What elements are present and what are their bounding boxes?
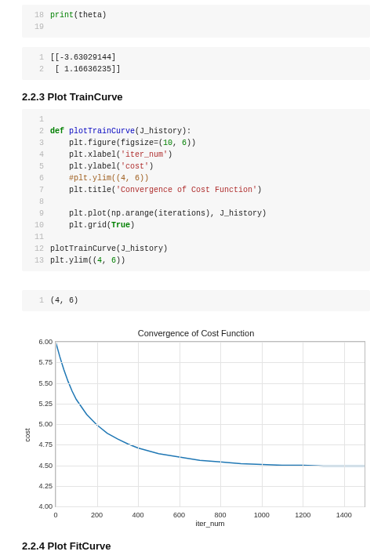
code-line: 7 plt.title('Convergence of Cost Functio… (28, 184, 364, 196)
xtick-label: 1200 (295, 511, 310, 519)
code-cell-plot-traincurve: 1 2def plotTrainCurve(J_history):3 plt.f… (22, 109, 370, 271)
line-number: 4 (28, 149, 44, 161)
line-number: 11 (28, 231, 44, 243)
gridline-vertical (220, 342, 221, 506)
output-cell-theta: 1[[-3.63029144]2 [ 1.16636235]] (22, 47, 370, 80)
ytick-label: 4.50 (31, 462, 53, 470)
gridline-vertical (56, 342, 56, 506)
code-line: 9 plt.plot(np.arange(iterations), J_hist… (28, 208, 364, 219)
code-line: 11 (28, 231, 364, 243)
code-line: 10 plt.grid(True) (28, 219, 364, 231)
line-number: 9 (28, 208, 44, 219)
gridline-vertical (138, 342, 139, 506)
ytick-label: 5.00 (31, 420, 53, 428)
gridline-vertical (180, 342, 180, 506)
ytick-label: 5.75 (31, 358, 53, 366)
code-content: print(theta) (50, 9, 364, 21)
code-line: 5 plt.ylabel('cost') (28, 161, 364, 172)
code-line: 2 [ 1.16636235]] (28, 63, 364, 75)
code-line: 6 #plt.ylim((4, 6)) (28, 172, 364, 184)
line-number: 10 (28, 219, 44, 231)
gridline-horizontal (56, 404, 365, 404)
xtick-label: 400 (132, 511, 144, 519)
line-number: 2 (28, 63, 44, 75)
code-content: (4, 6) (50, 295, 364, 307)
code-content (50, 196, 364, 208)
chart-convergence: Convergence of Cost Function 4.004.254.5… (22, 328, 370, 529)
code-cell-print-theta: 18print(theta)19 (22, 5, 370, 38)
line-number: 8 (28, 196, 44, 208)
gridline-horizontal (56, 383, 365, 384)
output-cell-ylim: 1(4, 6) (22, 290, 370, 311)
chart-ylabel: cost (23, 428, 31, 441)
chart-plotarea: 4.004.254.504.755.005.255.505.756.000200… (55, 341, 365, 507)
code-line: 13plt.ylim((4, 6)) (28, 255, 364, 267)
ytick-label: 4.25 (31, 482, 53, 490)
gridline-horizontal (56, 362, 365, 363)
section-heading-2-2-3: 2.2.3 Plot TrainCurve (22, 91, 370, 103)
code-content (50, 114, 364, 125)
line-number: 6 (28, 172, 44, 184)
gridline-horizontal (56, 466, 365, 466)
code-line: 8 (28, 196, 364, 208)
ytick-label: 6.00 (31, 338, 53, 346)
gridline-horizontal (56, 342, 365, 343)
section-heading-2-2-4: 2.2.4 Plot FitCurve (22, 540, 370, 552)
line-number: 1 (28, 114, 44, 125)
code-line: 1 (28, 114, 364, 125)
gridline-vertical (262, 342, 263, 506)
gridline-vertical (97, 342, 98, 506)
code-content: plt.title('Convergence of Cost Function'… (50, 184, 364, 196)
line-number: 12 (28, 243, 44, 255)
code-content: def plotTrainCurve(J_history): (50, 125, 364, 137)
code-content (50, 21, 364, 33)
line-number: 1 (28, 52, 44, 63)
ytick-label: 4.75 (31, 441, 53, 448)
code-content (50, 231, 364, 243)
gridline-horizontal (56, 506, 365, 507)
code-content: plt.figure(figsize=(10, 6)) (50, 137, 364, 149)
xtick-label: 600 (173, 511, 185, 519)
code-content: plotTrainCurve(J_history) (50, 243, 364, 255)
line-number: 1 (28, 295, 44, 307)
code-content: plt.xlabel('iter_num') (50, 149, 364, 161)
chart-title: Convergence of Cost Function (22, 328, 370, 338)
gridline-horizontal (56, 444, 365, 445)
code-content: plt.ylabel('cost') (50, 161, 364, 172)
xtick-label: 1000 (254, 511, 270, 519)
code-line: 1[[-3.63029144] (28, 52, 364, 63)
line-number: 7 (28, 184, 44, 196)
chart-xlabel: iter_num (55, 519, 365, 528)
code-line: 19 (28, 21, 364, 33)
line-number: 13 (28, 255, 44, 267)
code-content: [[-3.63029144] (50, 52, 364, 63)
code-line: 3 plt.figure(figsize=(10, 6)) (28, 137, 364, 149)
code-line: 4 plt.xlabel('iter_num') (28, 149, 364, 161)
code-line: 2def plotTrainCurve(J_history): (28, 125, 364, 137)
ytick-label: 5.25 (31, 400, 53, 408)
xtick-label: 800 (215, 511, 227, 519)
xtick-label: 0 (53, 511, 57, 519)
code-line: 12plotTrainCurve(J_history) (28, 243, 364, 255)
code-content: plt.grid(True) (50, 219, 364, 231)
xtick-label: 200 (91, 511, 103, 519)
gridline-horizontal (56, 486, 365, 487)
gridline-vertical (303, 342, 303, 506)
chart-frame: 4.004.254.504.755.005.255.505.756.000200… (55, 341, 365, 529)
xtick-label: 1400 (336, 511, 352, 519)
code-content: [ 1.16636235]] (50, 63, 364, 75)
gridline-vertical (344, 342, 345, 506)
code-line: 1(4, 6) (28, 295, 364, 307)
code-content: plt.ylim((4, 6)) (50, 255, 364, 267)
code-content: #plt.ylim((4, 6)) (50, 172, 364, 184)
ytick-label: 4.00 (31, 502, 53, 510)
line-number: 3 (28, 137, 44, 149)
page: 18print(theta)19 1[[-3.63029144]2 [ 1.16… (0, 5, 392, 555)
line-number: 2 (28, 125, 44, 137)
code-content: plt.plot(np.arange(iterations), J_histor… (50, 208, 364, 219)
gridline-horizontal (56, 424, 365, 425)
line-number: 19 (28, 21, 44, 33)
line-number: 5 (28, 161, 44, 172)
code-line: 18print(theta) (28, 9, 364, 21)
ytick-label: 5.50 (31, 379, 53, 387)
